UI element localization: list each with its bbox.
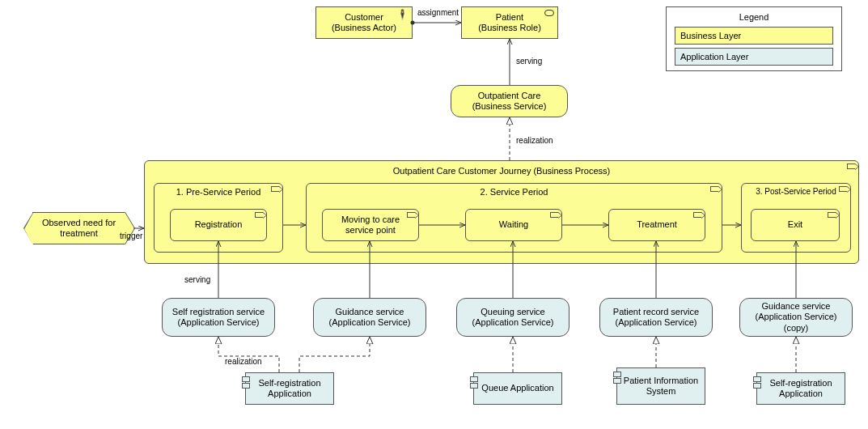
process-icon bbox=[847, 164, 855, 169]
patientrec-service: Patient record service (Application Serv… bbox=[599, 298, 713, 337]
queuing-service: Queuing service (Application Service) bbox=[456, 298, 569, 337]
selfreg-app-label: Self-registration Application bbox=[251, 378, 328, 399]
guidance-service: Guidance service (Application Service) bbox=[313, 298, 426, 337]
process-icon bbox=[271, 186, 279, 192]
queue-app: Queue Application bbox=[473, 372, 562, 405]
edge-trigger-label: trigger bbox=[120, 231, 142, 240]
process-icon bbox=[550, 212, 558, 218]
selfreg-app: Self-registration Application bbox=[245, 372, 334, 405]
person-icon: 🕴 bbox=[396, 9, 409, 20]
patient-role: Patient (Business Role) bbox=[461, 6, 558, 39]
treatment-process: Treatment bbox=[608, 209, 705, 241]
edge-realization-label-2: realization bbox=[225, 357, 262, 366]
legend-box: Legend Business Layer Application Layer bbox=[666, 6, 842, 71]
edge-realization-label-1: realization bbox=[516, 136, 553, 145]
pis-app: Patient Information System bbox=[616, 367, 705, 405]
exit-label: Exit bbox=[788, 219, 802, 230]
customer-label: Customer (Business Actor) bbox=[332, 12, 396, 33]
patient-label: Patient (Business Role) bbox=[478, 12, 541, 33]
legend-application: Application Layer bbox=[675, 48, 833, 66]
customer-actor: 🕴 Customer (Business Actor) bbox=[315, 6, 413, 39]
waiting-label: Waiting bbox=[499, 219, 528, 230]
exit-process: Exit bbox=[751, 209, 840, 241]
registration-process: Registration bbox=[170, 209, 267, 241]
guidance-copy-service: Guidance service (Application Service) (… bbox=[739, 298, 853, 337]
queue-app-label: Queue Application bbox=[481, 383, 553, 393]
moving-process: Moving to care service point bbox=[322, 209, 419, 241]
component-icon bbox=[470, 376, 478, 389]
journey-title: Outpatient Care Customer Journey (Busine… bbox=[393, 166, 610, 176]
patientrec-svc-label: Patient record service (Application Serv… bbox=[605, 307, 707, 328]
event-label: Observed need for treatment bbox=[38, 218, 120, 239]
role-icon bbox=[544, 10, 554, 16]
process-icon bbox=[407, 212, 415, 218]
edge-serving-label-2: serving bbox=[184, 275, 210, 284]
legend-title: Legend bbox=[675, 12, 833, 22]
service-period-label: 2. Service Period bbox=[481, 187, 548, 198]
selfreg-service: Self registration service (Application S… bbox=[162, 298, 275, 337]
guidance-copy-label: Guidance service (Application Service) (… bbox=[745, 301, 847, 333]
treatment-label: Treatment bbox=[637, 219, 677, 230]
legend-business: Business Layer bbox=[675, 27, 833, 45]
edge-serving-label-1: serving bbox=[516, 57, 542, 66]
outpatient-care-service: Outpatient Care (Business Service) bbox=[451, 85, 568, 117]
pis-label: Patient Information System bbox=[622, 376, 700, 397]
component-icon bbox=[753, 376, 761, 389]
component-icon bbox=[613, 372, 621, 384]
event-need: Observed need for treatment bbox=[32, 212, 125, 244]
waiting-process: Waiting bbox=[465, 209, 562, 241]
edge-assignment-label: assignment bbox=[417, 8, 459, 17]
guidance-svc-label: Guidance service (Application Service) bbox=[319, 307, 421, 328]
queuing-svc-label: Queuing service (Application Service) bbox=[462, 307, 564, 328]
selfreg-svc-label: Self registration service (Application S… bbox=[167, 307, 269, 328]
pre-service-label: 1. Pre-Service Period bbox=[176, 187, 261, 198]
registration-label: Registration bbox=[195, 219, 243, 230]
component-icon bbox=[242, 376, 250, 389]
outpatient-care-label: Outpatient Care (Business Service) bbox=[472, 91, 547, 112]
process-icon bbox=[693, 212, 701, 218]
selfreg-app2-label: Self-registration Application bbox=[762, 378, 840, 399]
process-icon bbox=[839, 186, 847, 192]
process-icon bbox=[710, 186, 718, 192]
moving-label: Moving to care service point bbox=[328, 214, 413, 236]
selfreg-app2: Self-registration Application bbox=[756, 372, 845, 405]
process-icon bbox=[255, 212, 263, 218]
post-service-label: 3. Post-Service Period bbox=[756, 187, 836, 197]
process-icon bbox=[828, 212, 836, 218]
